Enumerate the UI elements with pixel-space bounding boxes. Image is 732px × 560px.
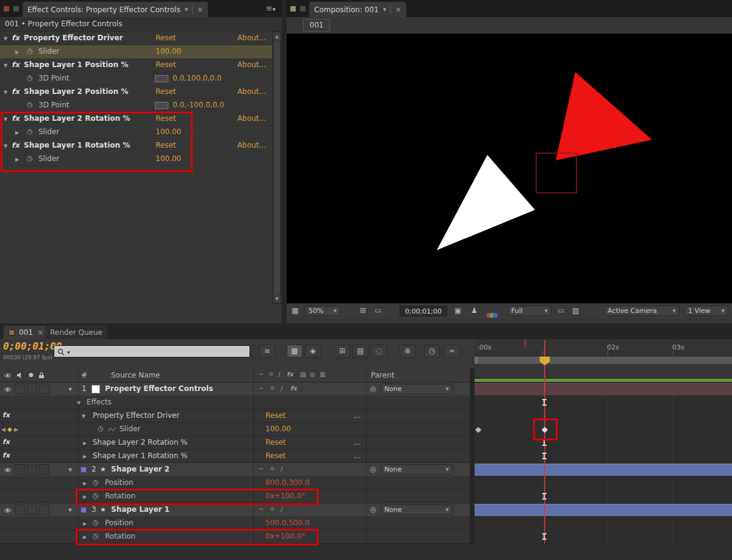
effect-name[interactable]: Shape Layer 1 Rotation %	[24, 141, 130, 149]
layer-name[interactable]: Property Effector Controls	[105, 384, 213, 393]
scroll-down-button[interactable]: ▼	[273, 295, 281, 303]
twirl-open-icon[interactable]: ▼	[82, 414, 85, 419]
effect-name[interactable]: Shape Layer 2 Rotation %	[93, 438, 188, 447]
twirl-open-icon[interactable]: ▼	[4, 117, 7, 122]
tab-timeline-001[interactable]: 001 ×	[4, 326, 48, 339]
quality-switch-icon[interactable]: ☼	[270, 506, 275, 512]
solo-cell[interactable]	[27, 464, 37, 475]
point-widget-icon[interactable]	[155, 102, 168, 109]
layer-row-3[interactable]: ▼ 3 ★ Shape Layer 1 − ☼ ∕ ◎ None▼	[0, 503, 470, 517]
search-input[interactable]: ▼	[54, 345, 250, 357]
fx-switch-icon[interactable]: fx	[290, 385, 297, 392]
twirl-closed-icon[interactable]: ▶	[83, 534, 87, 540]
point-property-row[interactable]: ◷ 3D Point 0.0,100.0,0.0	[0, 72, 272, 85]
property-value[interactable]: 100.00	[156, 127, 181, 136]
tab-render-queue[interactable]: Render Queue	[45, 326, 107, 339]
twirl-open-icon[interactable]: ▼	[68, 387, 72, 392]
options-dots[interactable]: ...	[354, 451, 361, 460]
visibility-eye-icon[interactable]	[4, 508, 12, 513]
property-value[interactable]: 500.0,500.0	[265, 519, 310, 527]
panel-grip-icon[interactable]	[13, 5, 20, 12]
point-widget-icon[interactable]	[155, 75, 168, 82]
parent-select[interactable]: None▼	[381, 384, 453, 394]
snapshot-camera-icon[interactable]: ▣	[454, 306, 461, 315]
close-icon[interactable]: ×	[37, 328, 43, 337]
parent-pickwhip-icon[interactable]: ◎	[370, 505, 376, 514]
close-icon[interactable]: ×	[395, 5, 401, 14]
current-timecode[interactable]: 0;00;01;00	[3, 340, 62, 352]
reset-button[interactable]: Reset	[156, 60, 176, 69]
layer-color-chip[interactable]	[81, 467, 87, 473]
lock-cell[interactable]	[39, 464, 49, 475]
effect-header-row[interactable]: ▼ fx Shape Layer 2 Position % Reset Abou…	[0, 85, 272, 99]
stopwatch-icon[interactable]: ◷	[93, 492, 99, 500]
stopwatch-icon[interactable]: ◷	[27, 74, 33, 82]
auto-keyframe-icon[interactable]: ⊕	[400, 345, 415, 357]
property-value[interactable]: 0.0,100.0,0.0	[173, 74, 221, 82]
comp-tab-001[interactable]: 001	[303, 19, 330, 32]
effect-name[interactable]: Shape Layer 2 Rotation %	[24, 114, 130, 123]
effect-header-row[interactable]: ▼ fx Property Effector Driver Reset Abou…	[0, 32, 272, 45]
reset-button[interactable]: Reset	[265, 411, 286, 420]
audio-cell[interactable]	[15, 464, 25, 475]
panel-divider[interactable]	[470, 368, 475, 544]
twirl-closed-icon[interactable]: ▶	[15, 49, 19, 55]
effect-switch-icon[interactable]: ∕	[281, 465, 282, 472]
quality-switch-icon[interactable]: ☼	[270, 465, 275, 472]
stopwatch-icon[interactable]: ◷	[27, 154, 33, 162]
options-dots[interactable]: ...	[354, 438, 361, 447]
scroll-thumb[interactable]	[274, 41, 280, 294]
stopwatch-icon[interactable]: ◷	[93, 478, 99, 486]
effect-header-row[interactable]: ▼ fx Shape Layer 2 Rotation % Reset Abou…	[0, 112, 272, 126]
slider-property-row[interactable]: ◀ ◆ ▶ ◷ Slider 100.00	[0, 423, 470, 436]
panel-grip-icon[interactable]	[300, 5, 306, 12]
effect-header-row[interactable]: ▼ fx Shape Layer 1 Rotation % Reset Abou…	[0, 139, 272, 153]
reset-button[interactable]: Reset	[265, 451, 286, 460]
video-column-eye-icon[interactable]	[4, 373, 12, 378]
twirl-open-icon[interactable]: ▼	[4, 36, 7, 41]
stopwatch-tool-icon[interactable]: ◷	[424, 345, 440, 357]
stopwatch-icon[interactable]: ◷	[93, 532, 99, 540]
effect-header-row[interactable]: ▼ fx Shape Layer 1 Position % Reset Abou…	[0, 59, 272, 72]
parent-select[interactable]: None▼	[381, 464, 453, 475]
position-property-row[interactable]: ▶ ◷ Position 800.0,300.0	[0, 476, 470, 490]
add-keyframe-icon[interactable]: ◆	[7, 426, 12, 433]
stopwatch-icon[interactable]: ◷	[27, 47, 33, 55]
parent-pickwhip-icon[interactable]: ◎	[370, 384, 376, 393]
rotation-property-row[interactable]: ▶ ◷ Rotation 0x+100.0°	[0, 490, 470, 503]
effect-row-driver[interactable]: fx ▼ Property Effector Driver Reset ...	[0, 409, 470, 423]
reset-button[interactable]: Reset	[265, 438, 286, 447]
reset-button[interactable]: Reset	[156, 114, 176, 123]
close-icon[interactable]: ×	[197, 5, 203, 14]
layer-name[interactable]: Shape Layer 1	[111, 505, 170, 514]
comp-timecode-field[interactable]: 0;00;01;00	[400, 306, 447, 317]
effect-name[interactable]: Shape Layer 1 Rotation %	[93, 451, 188, 460]
property-value[interactable]: 0x+100.0°	[265, 532, 305, 540]
comp-marker[interactable]	[525, 339, 526, 347]
lock-cell[interactable]	[39, 384, 49, 394]
layer-row-2[interactable]: ▼ 2 ★ Shape Layer 2 − ☼ ∕ ◎ None▼	[0, 463, 470, 476]
search-caret-icon[interactable]: ▼	[67, 350, 70, 354]
reset-button[interactable]: Reset	[156, 141, 176, 149]
tab-effect-controls[interactable]: Effect Controls: Property Effector Contr…	[23, 2, 208, 17]
twirl-closed-icon[interactable]: ▶	[83, 481, 87, 486]
layer-row-1[interactable]: ▼ 1 Property Effector Controls − ☼ ∕ fx …	[0, 382, 470, 396]
layer3-duration-bar[interactable]	[475, 504, 732, 516]
tab-composition[interactable]: Composition: 001 ▼ ×	[309, 2, 406, 17]
audio-cell[interactable]	[15, 384, 25, 394]
work-area-bar[interactable]	[475, 356, 732, 364]
twirl-closed-icon[interactable]: ▶	[15, 157, 19, 162]
visibility-eye-icon[interactable]	[4, 467, 12, 473]
quality-switch-icon[interactable]: ☼	[270, 385, 275, 392]
title-action-safe-icon[interactable]: ⊞	[360, 306, 366, 315]
keyframe-diamond-current[interactable]: ◆	[542, 425, 548, 434]
comp-viewport[interactable]	[287, 34, 732, 303]
view-select[interactable]: 1 View▼	[684, 306, 728, 316]
twirl-closed-icon[interactable]: ▶	[15, 130, 19, 135]
resolution-select[interactable]: Full▼	[508, 306, 551, 316]
frame-blend-icon[interactable]: ▤	[353, 345, 368, 357]
layer2-duration-bar[interactable]	[475, 464, 732, 476]
live-update-icon[interactable]: ▩	[287, 345, 303, 357]
lock-column-icon[interactable]	[38, 372, 45, 379]
effect-name[interactable]: Shape Layer 1 Position %	[24, 60, 128, 69]
